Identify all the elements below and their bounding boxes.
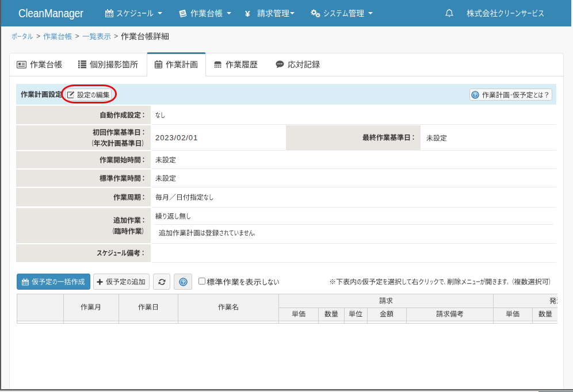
svg-text:?: ? bbox=[474, 92, 477, 98]
svg-text:?: ? bbox=[181, 279, 185, 285]
